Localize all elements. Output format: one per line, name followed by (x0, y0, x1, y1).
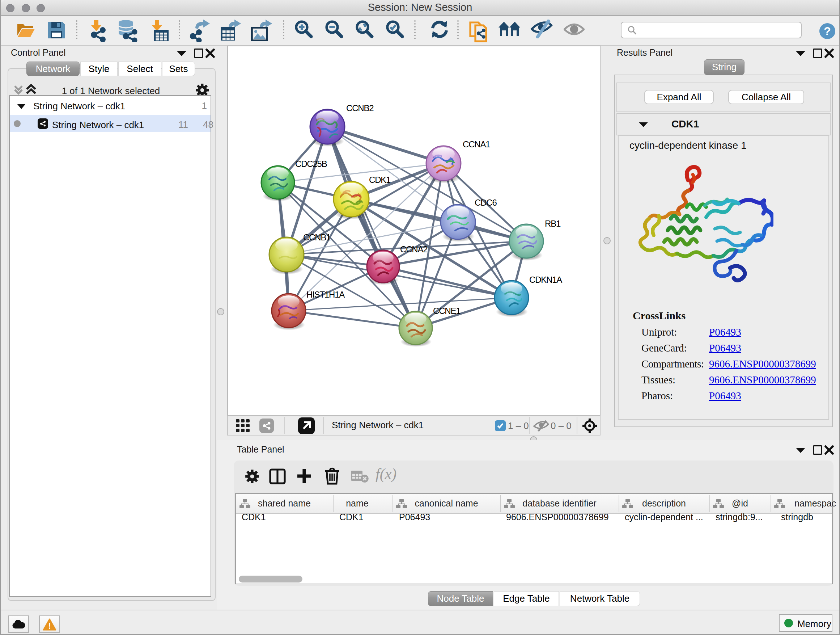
svg-text:HIST1H1A: HIST1H1A (306, 290, 345, 299)
svg-text:CCNE1: CCNE1 (433, 306, 461, 316)
svg-text:CCNA2: CCNA2 (400, 244, 428, 254)
svg-text:CCNB2: CCNB2 (346, 103, 374, 113)
svg-text:CCNA1: CCNA1 (463, 139, 490, 149)
svg-text:CDC6: CDC6 (475, 198, 497, 207)
svg-text:CDKN1A: CDKN1A (529, 275, 562, 285)
svg-text:RB1: RB1 (545, 219, 561, 228)
svg-text:CDK1: CDK1 (369, 175, 391, 185)
svg-text:CDC25B: CDC25B (295, 159, 327, 169)
svg-text:CCNB1: CCNB1 (303, 233, 331, 242)
